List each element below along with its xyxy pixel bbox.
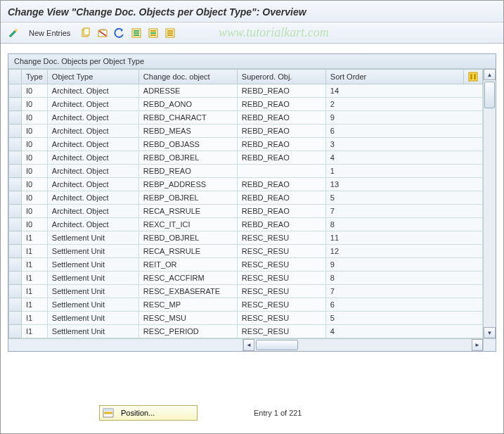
cell-superord-obj[interactable]: RESC_RESU [237,325,325,338]
cell-superord-obj[interactable]: RESC_RESU [237,231,325,245]
cell-sort-order[interactable]: 6 [325,125,482,138]
table-config-button[interactable] [464,70,483,84]
scroll-thumb[interactable] [484,82,495,108]
cell-sort-order[interactable]: 9 [325,111,482,125]
cell-object-type[interactable]: Settlement Unit [47,258,138,272]
cell-object-type[interactable]: Architect. Object [47,218,138,231]
scroll-track[interactable] [484,80,496,327]
cell-sort-order[interactable]: 3 [325,138,482,151]
cell-superord-obj[interactable]: REBD_REAO [237,191,325,205]
cell-change-doc-object[interactable]: REBD_OBJREL [138,151,237,165]
row-selector[interactable] [9,312,22,325]
cell-superord-obj[interactable]: REBD_REAO [237,111,325,125]
cell-superord-obj[interactable]: RESC_RESU [237,272,325,285]
cell-change-doc-object[interactable]: REBD_AONO [138,98,237,111]
cell-object-type[interactable]: Architect. Object [47,125,138,138]
cell-type[interactable]: I0 [22,151,48,165]
cell-object-type[interactable]: Architect. Object [47,151,138,165]
col-header-sort-order[interactable]: Sort Order [325,70,463,84]
cell-superord-obj[interactable]: REBD_REAO [237,205,325,218]
cell-superord-obj[interactable]: REBD_REAO [237,218,325,231]
cell-change-doc-object[interactable]: RESC_MP [138,298,237,312]
cell-sort-order[interactable]: 8 [325,218,482,231]
col-header-change-doc-object[interactable]: Change doc. object [138,70,237,84]
row-selector[interactable] [9,151,22,165]
cell-type[interactable]: I0 [22,191,48,205]
cell-type[interactable]: I1 [22,231,48,245]
cell-type[interactable]: I0 [22,165,48,178]
cell-type[interactable]: I1 [22,298,48,312]
cell-object-type[interactable]: Settlement Unit [47,231,138,245]
row-selector[interactable] [9,165,22,178]
cell-type[interactable]: I0 [22,98,48,111]
hscroll-thumb[interactable] [256,340,298,350]
row-selector[interactable] [9,285,22,298]
cell-superord-obj[interactable]: REBD_REAO [237,151,325,165]
cell-change-doc-object[interactable]: REBP_OBJREL [138,191,237,205]
cell-type[interactable]: I0 [22,178,48,191]
row-selector[interactable] [9,272,22,285]
cell-object-type[interactable]: Settlement Unit [47,325,138,338]
cell-object-type[interactable]: Architect. Object [47,98,138,111]
cell-superord-obj[interactable]: RESC_RESU [237,245,325,258]
cell-sort-order[interactable]: 6 [325,298,482,312]
select-block-icon[interactable] [146,26,160,40]
cell-object-type[interactable]: Architect. Object [47,138,138,151]
row-selector[interactable] [9,98,22,111]
cell-superord-obj[interactable]: REBD_REAO [237,178,325,191]
cell-change-doc-object[interactable]: RESC_MSU [138,312,237,325]
select-all-icon[interactable] [129,26,143,40]
cell-type[interactable]: I1 [22,272,48,285]
row-selector[interactable] [9,258,22,272]
cell-object-type[interactable]: Settlement Unit [47,272,138,285]
row-selector[interactable] [9,298,22,312]
cell-superord-obj[interactable]: RESC_RESU [237,258,325,272]
row-selector[interactable] [9,191,22,205]
cell-object-type[interactable]: Settlement Unit [47,245,138,258]
cell-sort-order[interactable]: 8 [325,272,482,285]
cell-sort-order[interactable]: 4 [325,151,482,165]
undo-change-icon[interactable] [112,26,127,40]
row-selector[interactable] [9,205,22,218]
toggle-display-change-icon[interactable] [6,26,20,40]
cell-sort-order[interactable]: 7 [325,285,482,298]
cell-change-doc-object[interactable]: RESC_ACCFIRM [138,272,237,285]
cell-type[interactable]: I0 [22,205,48,218]
cell-superord-obj[interactable] [237,165,325,178]
cell-type[interactable]: I1 [22,312,48,325]
cell-object-type[interactable]: Architect. Object [47,205,138,218]
cell-superord-obj[interactable]: RESC_RESU [237,285,325,298]
cell-sort-order[interactable]: 9 [325,258,482,272]
cell-superord-obj[interactable]: REBD_REAO [237,98,325,111]
cell-sort-order[interactable]: 5 [325,312,482,325]
row-selector[interactable] [9,231,22,245]
cell-change-doc-object[interactable]: REBD_CHARACT [138,111,237,125]
cell-sort-order[interactable]: 12 [325,245,482,258]
cell-superord-obj[interactable]: RESC_RESU [237,312,325,325]
cell-change-doc-object[interactable]: REBP_ADDRESS [138,178,237,191]
cell-sort-order[interactable]: 2 [325,98,482,111]
row-selector[interactable] [9,111,22,125]
cell-change-doc-object[interactable]: REIT_OR [138,258,237,272]
copy-as-icon[interactable] [79,26,93,40]
row-selector[interactable] [9,84,22,98]
cell-sort-order[interactable]: 7 [325,205,482,218]
cell-change-doc-object[interactable]: REBD_REAO [138,165,237,178]
scroll-right-button[interactable]: ► [472,339,483,351]
cell-change-doc-object[interactable]: RECA_RSRULE [138,205,237,218]
col-header-object-type[interactable]: Object Type [47,70,138,84]
cell-sort-order[interactable]: 14 [325,84,482,98]
delete-icon[interactable] [96,26,110,40]
scroll-up-button[interactable]: ▲ [484,69,496,80]
scroll-down-button[interactable]: ▼ [484,327,496,338]
row-selector[interactable] [9,218,22,231]
position-button[interactable]: Position... [99,405,198,421]
cell-change-doc-object[interactable]: RESC_EXBASERATE [138,285,237,298]
cell-type[interactable]: I0 [22,111,48,125]
col-header-superord-obj[interactable]: Superord. Obj. [237,70,325,84]
cell-superord-obj[interactable]: REBD_REAO [237,84,325,98]
cell-type[interactable]: I1 [22,325,48,338]
deselect-all-icon[interactable] [163,26,177,40]
cell-change-doc-object[interactable]: REBD_OBJREL [138,231,237,245]
cell-sort-order[interactable]: 13 [325,178,482,191]
